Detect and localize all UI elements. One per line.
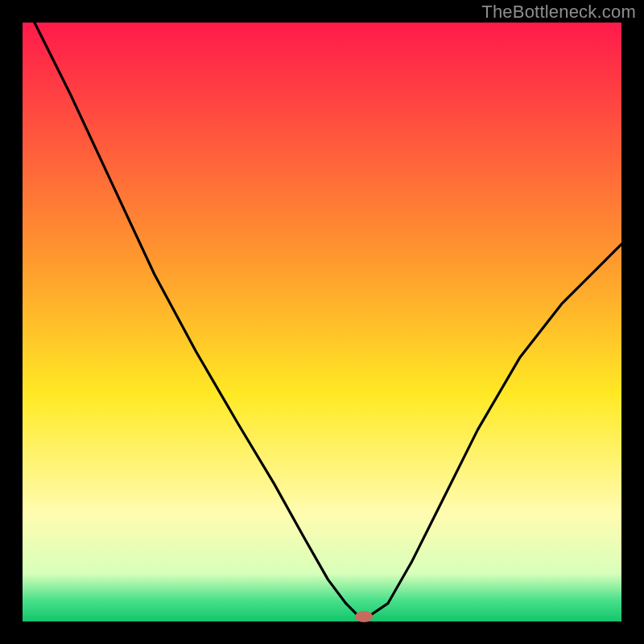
chart-frame: { "watermark": "TheBottleneck.com", "cha…	[0, 0, 644, 644]
plot-background	[23, 23, 621, 621]
watermark-text: TheBottleneck.com	[481, 2, 636, 23]
optimum-marker	[355, 611, 373, 622]
chart-svg	[0, 0, 644, 644]
